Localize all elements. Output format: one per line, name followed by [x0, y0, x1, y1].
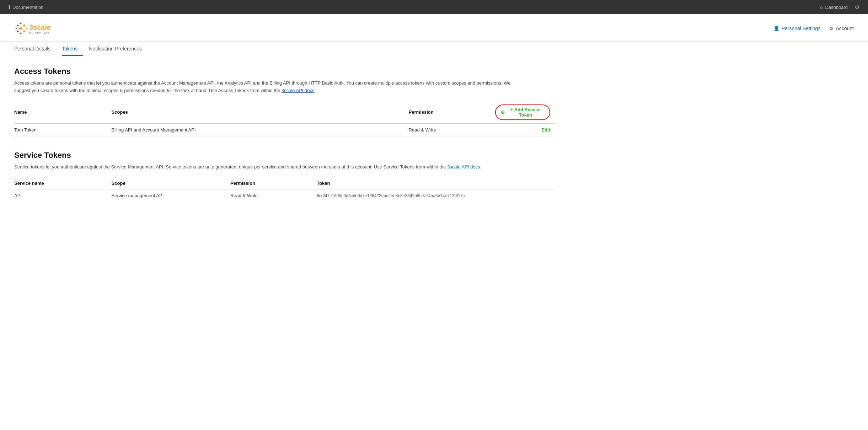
svg-point-3 [17, 25, 19, 27]
brand-logo-svg: 3scale BY RED HAT [14, 20, 64, 37]
access-tokens-title: Access Tokens [14, 67, 554, 76]
topbar-gear-icon: ⚙ [855, 4, 859, 10]
access-token-name-0: Tom Token [14, 123, 112, 136]
add-access-token-button[interactable]: ⊕ + Add Access Token [495, 104, 550, 120]
access-tokens-desc-text: Access tokens are personal tokens that l… [14, 80, 510, 93]
topbar: ℹ Documentation ⌂ Dashboard ⚙ [0, 0, 868, 14]
service-tokens-desc-text: Service tokens let you authenticate agai… [14, 164, 447, 170]
col-header-permission: Permission [409, 102, 495, 123]
service-tokens-section: Service Tokens Service tokens let you au… [14, 151, 554, 203]
header-nav: 👤 Personal Settings ⚙ Account [773, 26, 854, 31]
access-tokens-table-header: Name Scopes Permission ⊕ + Add Access To… [14, 102, 554, 123]
access-tokens-section: Access Tokens Access tokens are personal… [14, 67, 554, 136]
svg-point-0 [19, 27, 22, 30]
svg-point-4 [17, 31, 19, 32]
svg-point-8 [16, 28, 17, 29]
info-icon: ℹ [9, 4, 10, 10]
add-access-token-label: + Add Access Token [507, 107, 545, 118]
svg-point-7 [26, 28, 27, 29]
account-label: Account [836, 26, 854, 31]
service-tokens-description: Service tokens let you authenticate agai… [14, 163, 512, 171]
service-token-row-0: API Service management API Read & Write … [14, 189, 554, 202]
personal-settings-link[interactable]: 👤 Personal Settings [773, 26, 821, 31]
col-header-scope: Scope [112, 178, 230, 189]
col-header-scopes: Scopes [112, 102, 409, 123]
settings-icon-link[interactable]: ⚙ [855, 4, 859, 10]
topbar-right: ⌂ Dashboard ⚙ [820, 4, 859, 10]
plus-icon: ⊕ [501, 109, 505, 115]
subnav-personal-details[interactable]: Personal Details [14, 42, 56, 56]
service-tokens-table: Service name Scope Permission Token API … [14, 178, 554, 202]
service-tokens-api-docs-link[interactable]: 3scale API docs [447, 164, 480, 170]
access-token-row-0: Tom Token Billing API and Account Manage… [14, 123, 554, 136]
svg-point-6 [20, 33, 22, 34]
col-header-name: Name [14, 102, 112, 123]
access-tokens-desc-end: . [314, 88, 316, 93]
person-icon: 👤 [773, 26, 779, 31]
access-tokens-table: Name Scopes Permission ⊕ + Add Access To… [14, 102, 554, 136]
svg-point-2 [23, 30, 25, 32]
personal-settings-label: Personal Settings [782, 26, 821, 31]
subnav-notification-preferences[interactable]: Notification Preferences [89, 42, 148, 56]
svg-text:3scale: 3scale [29, 23, 51, 31]
col-header-service-name: Service name [14, 178, 112, 189]
service-token-value-0: 6cdf47c1895e0d3cbb9d7e186422ebe2ee8e8e38… [317, 189, 554, 202]
access-token-edit-link-0[interactable]: Edit [541, 127, 550, 133]
service-token-name-0: API [14, 189, 112, 202]
service-tokens-desc-end: . [480, 164, 482, 170]
access-tokens-description: Access tokens are personal tokens that l… [14, 80, 512, 95]
dashboard-link[interactable]: ⌂ Dashboard [820, 4, 848, 10]
access-token-scopes-0: Billing API and Account Management API [112, 123, 409, 136]
access-tokens-api-docs-link[interactable]: 3scale API docs [282, 88, 315, 93]
col-header-action: ⊕ + Add Access Token [495, 102, 554, 123]
svg-point-1 [23, 25, 25, 27]
svg-point-5 [20, 23, 22, 25]
col-header-token: Token [317, 178, 554, 189]
main-content: Access Tokens Access tokens are personal… [0, 56, 569, 227]
subnav-tokens[interactable]: Tokens [62, 42, 83, 56]
account-link[interactable]: ⚙ Account [829, 26, 854, 31]
service-tokens-title: Service Tokens [14, 151, 554, 160]
documentation-link[interactable]: ℹ Documentation [9, 4, 43, 10]
subnav: Personal Details Tokens Notification Pre… [0, 42, 868, 56]
svg-text:BY RED HAT: BY RED HAT [29, 32, 49, 35]
service-tokens-table-header: Service name Scope Permission Token [14, 178, 554, 189]
topbar-left: ℹ Documentation [9, 4, 43, 10]
home-icon: ⌂ [820, 4, 823, 10]
dashboard-label: Dashboard [825, 5, 848, 10]
access-token-permission-0: Read & Write [409, 123, 495, 136]
service-tokens-table-body: API Service management API Read & Write … [14, 189, 554, 202]
col-header-svc-permission: Permission [230, 178, 317, 189]
service-token-permission-0: Read & Write [230, 189, 317, 202]
header-gear-icon: ⚙ [829, 26, 834, 31]
header: 3scale BY RED HAT 👤 Personal Settings ⚙ … [0, 14, 868, 42]
access-token-action-0: Edit [495, 123, 554, 136]
documentation-label: Documentation [12, 5, 43, 10]
service-token-scope-0: Service management API [112, 189, 230, 202]
access-tokens-table-body: Tom Token Billing API and Account Manage… [14, 123, 554, 136]
logo-area: 3scale BY RED HAT [14, 20, 64, 37]
